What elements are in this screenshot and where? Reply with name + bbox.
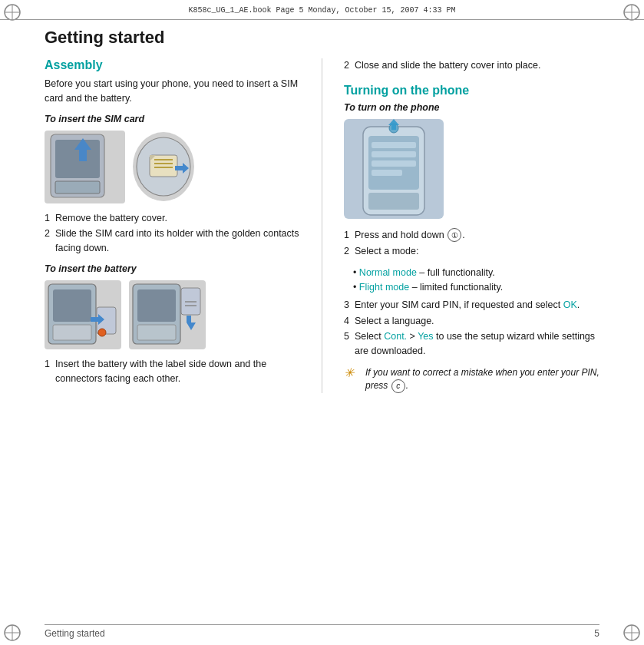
tip-box: ✳ If you want to correct a mistake when … <box>344 366 599 393</box>
ok-link: OK <box>563 299 577 310</box>
turning-on-heading: Turning on the phone <box>344 84 599 98</box>
page-footer: Getting started 5 <box>45 624 599 639</box>
turn-on-step-3: 3 Enter your SIM card PIN, if requested … <box>344 298 599 313</box>
mode-list: Normal mode – full functionality. Flight… <box>353 266 599 295</box>
battery-image-area <box>45 280 300 349</box>
turn-on-step-5: 5 Select Cont. > Yes to use the setup wi… <box>344 329 599 359</box>
svg-rect-41 <box>372 170 402 176</box>
assembly-heading: Assembly <box>45 58 300 72</box>
assembly-body: Before you start using your phone, you n… <box>45 77 300 106</box>
phone-power-image <box>344 119 444 219</box>
sim-step-1: 1 Remove the battery cover. <box>45 211 300 226</box>
svg-point-27 <box>98 329 106 336</box>
sim-image-2 <box>133 132 194 201</box>
svg-rect-25 <box>53 325 91 340</box>
tip-icon: ✳ <box>344 365 359 382</box>
battery-illustration-1 <box>45 280 121 349</box>
page-title: Getting started <box>45 28 599 48</box>
svg-marker-35 <box>187 316 196 330</box>
tip-text: If you want to correct a mistake when yo… <box>365 366 599 393</box>
footer-section-label: Getting started <box>45 628 105 639</box>
turn-on-steps-list: 1 Press and hold down ①. 2 Select a mode… <box>344 228 599 259</box>
svg-rect-39 <box>372 151 416 157</box>
main-content: Getting started Assembly Before you star… <box>45 28 599 617</box>
sim-illustration-2 <box>133 132 194 201</box>
left-column: Assembly Before you start using your pho… <box>45 58 300 393</box>
battery-illustration-2 <box>129 280 206 349</box>
corner-mark-bl <box>2 622 23 643</box>
cont-link: Cont. <box>384 331 407 342</box>
battery-step2-list: 2 Close and slide the battery cover into… <box>344 58 599 73</box>
battery-image-2 <box>129 280 206 349</box>
turn-on-step-1: 1 Press and hold down ①. <box>344 228 599 243</box>
battery-step-1: 1 Insert the battery with the label side… <box>45 357 300 386</box>
sim-instruction-heading: To insert the SIM card <box>45 114 300 124</box>
battery-steps-list: 1 Insert the battery with the label side… <box>45 357 300 386</box>
corner-mark-br <box>621 622 642 643</box>
phone-power-svg <box>344 119 444 219</box>
turn-on-steps-list-2: 3 Enter your SIM card PIN, if requested … <box>344 298 599 359</box>
columns: Assembly Before you start using your pho… <box>45 58 599 393</box>
svg-rect-31 <box>137 325 176 340</box>
top-bar: K858c_UG_1_AE.book Page 5 Monday, Octobe… <box>0 6 644 20</box>
clear-key: c <box>391 379 405 393</box>
svg-rect-14 <box>55 181 100 194</box>
mode-flight: Flight mode – limited functionality. <box>353 280 599 295</box>
right-column: 2 Close and slide the battery cover into… <box>344 58 599 393</box>
turn-on-instruction-heading: To turn on the phone <box>344 102 599 113</box>
battery-image-1 <box>45 280 121 349</box>
turn-on-step-4: 4 Select a language. <box>344 314 599 329</box>
svg-rect-42 <box>368 193 419 210</box>
mode-normal: Normal mode – full functionality. <box>353 266 599 280</box>
battery-instruction-heading: To insert the battery <box>45 263 300 274</box>
sim-image-1 <box>45 131 125 203</box>
battery-step-2: 2 Close and slide the battery cover into… <box>344 58 599 73</box>
sim-steps-list: 1 Remove the battery cover. 2 Slide the … <box>45 211 300 256</box>
turn-on-step-2: 2 Select a mode: <box>344 244 599 259</box>
sim-step-2: 2 Slide the SIM card into its holder wit… <box>45 227 300 256</box>
yes-link: Yes <box>418 331 433 342</box>
svg-rect-38 <box>372 142 416 148</box>
svg-rect-30 <box>137 289 176 322</box>
svg-rect-17 <box>150 155 177 177</box>
svg-rect-40 <box>372 160 416 167</box>
column-divider <box>322 58 322 393</box>
sim-image-area <box>45 131 300 203</box>
footer-page-number: 5 <box>594 628 599 639</box>
top-bar-text: K858c_UG_1_AE.book Page 5 Monday, Octobe… <box>188 6 455 15</box>
power-key: ① <box>447 228 461 242</box>
sim-illustration-1 <box>45 131 125 203</box>
svg-rect-24 <box>53 289 91 322</box>
svg-rect-13 <box>55 140 100 178</box>
